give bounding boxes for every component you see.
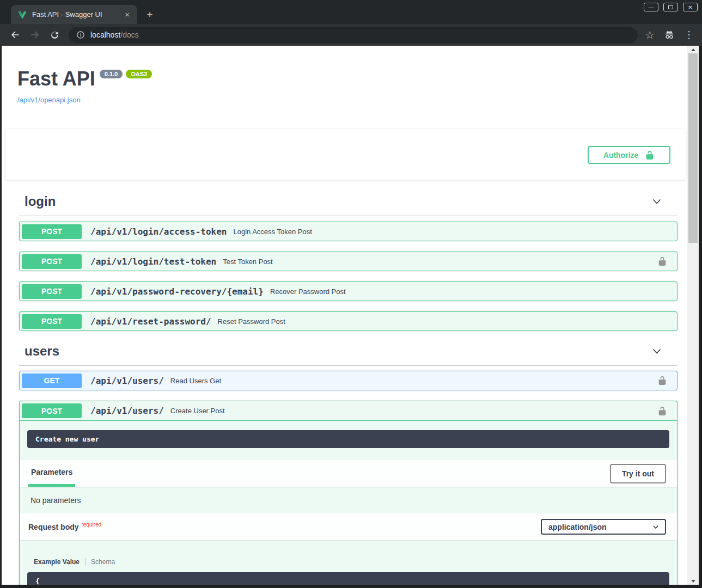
forward-arrow-icon — [29, 29, 40, 40]
endpoint-row-login-access-token[interactable]: POST /api/v1/login/access-token Login Ac… — [19, 222, 677, 241]
endpoint-description-wrapper: Create new user — [20, 421, 677, 460]
browser-toolbar: localhost/docs ☆ ⋮ — [0, 24, 702, 46]
maximize-button[interactable] — [663, 3, 678, 11]
window-frame-bottom — [0, 585, 702, 588]
browser-tab[interactable]: Fast API - Swagger UI × — [11, 5, 137, 24]
request-body-title: Request bodyrequired — [28, 522, 101, 532]
method-badge: GET — [22, 373, 82, 388]
tab-example-value[interactable]: Example Value — [34, 558, 86, 566]
tag-name: login — [25, 194, 56, 209]
tab-schema[interactable]: Schema — [86, 558, 120, 566]
method-badge: POST — [22, 284, 82, 299]
auth-lock-icon[interactable] — [657, 376, 667, 385]
swagger-favicon-icon — [17, 10, 27, 20]
tab-title: Fast API - Swagger UI — [32, 10, 121, 19]
tag-section-users: users — [19, 344, 677, 366]
tag-section-login: login — [19, 194, 677, 216]
authorize-button[interactable]: Authorize — [588, 146, 670, 164]
scheme-container: Authorize — [5, 129, 686, 180]
parameters-tab[interactable]: Parameters — [28, 460, 75, 487]
incognito-button[interactable] — [662, 27, 677, 42]
request-body-label: Request body — [28, 523, 79, 531]
toolbar-actions: ☆ ⋮ — [642, 27, 697, 42]
page-content: Fast API0.1.0OAS3 /api/v1/openapi.json A… — [2, 46, 687, 585]
endpoint-row-password-recovery[interactable]: POST /api/v1/password-recovery/{email} R… — [19, 281, 677, 301]
page-title: Fast API — [17, 68, 95, 90]
chevron-down-icon — [652, 523, 660, 531]
request-body-content: Example Value Schema { — [20, 540, 677, 585]
minimize-button[interactable]: — — [644, 3, 658, 11]
parameters-header: Parameters Try it out — [20, 460, 677, 487]
endpoint-path: /api/v1/reset-password/ — [90, 316, 211, 327]
version-badge: 0.1.0 — [100, 70, 123, 78]
endpoint-path: /api/v1/users/ — [90, 406, 164, 416]
openapi-spec-link[interactable]: /api/v1/openapi.json — [17, 96, 152, 104]
tag-header-users[interactable]: users — [19, 344, 677, 366]
endpoint-block-create-user: POST /api/v1/users/ Create User Post Cre… — [19, 401, 677, 585]
back-button[interactable] — [8, 27, 23, 42]
method-badge: POST — [22, 314, 82, 329]
endpoint-row-create-user[interactable]: POST /api/v1/users/ Create User Post — [20, 401, 677, 421]
tag-name: users — [25, 344, 59, 359]
endpoint-path: /api/v1/password-recovery/{email} — [90, 286, 264, 297]
method-badge: POST — [22, 224, 82, 239]
example-code-block[interactable]: { — [27, 572, 669, 585]
triangle-up-icon — [691, 48, 695, 51]
url-bar[interactable]: localhost/docs — [69, 27, 638, 43]
page-scrollbar[interactable] — [687, 46, 699, 585]
window-controls: — ✕ — [644, 3, 698, 11]
endpoint-row-read-users[interactable]: GET /api/v1/users/ Read Users Get — [19, 371, 677, 390]
maximize-icon — [668, 5, 673, 9]
endpoint-summary: Recover Password Post — [270, 287, 672, 296]
browser-titlebar: Fast API - Swagger UI × + — ✕ — [0, 0, 702, 24]
forward-button[interactable] — [27, 27, 42, 42]
tab-close-icon[interactable]: × — [121, 10, 133, 19]
api-badges: 0.1.0OAS3 — [100, 69, 152, 78]
oas3-badge: OAS3 — [126, 70, 152, 78]
endpoint-summary: Login Access Token Post — [233, 228, 672, 236]
incognito-icon — [664, 29, 675, 40]
endpoint-path: /api/v1/login/test-token — [90, 256, 216, 267]
back-arrow-icon — [10, 29, 21, 40]
endpoint-summary: Read Users Get — [170, 377, 657, 385]
request-body-header: Request bodyrequired application/json — [20, 513, 677, 540]
scrollbar-thumb[interactable] — [688, 53, 698, 243]
new-tab-button[interactable]: + — [143, 8, 157, 22]
endpoint-row-reset-password[interactable]: POST /api/v1/reset-password/ Reset Passw… — [19, 311, 677, 331]
no-parameters-text: No parameters — [20, 487, 677, 513]
window-frame-right — [699, 46, 702, 588]
endpoint-summary: Create User Post — [170, 407, 657, 415]
example-schema-tabs: Example Value Schema — [34, 558, 669, 566]
method-badge: POST — [22, 254, 82, 269]
endpoint-row-login-test-token[interactable]: POST /api/v1/login/test-token Test Token… — [19, 252, 677, 271]
try-it-out-button[interactable]: Try it out — [610, 464, 666, 483]
site-info-icon[interactable] — [76, 30, 85, 39]
auth-lock-icon[interactable] — [657, 256, 667, 266]
scrollbar-down-arrow[interactable] — [687, 577, 699, 585]
chevron-down-icon[interactable] — [651, 196, 662, 207]
endpoint-summary: Reset Password Post — [218, 317, 672, 326]
bookmark-star-icon[interactable]: ☆ — [642, 29, 657, 41]
reload-icon — [50, 30, 60, 40]
required-label: required — [82, 522, 102, 528]
endpoint-path: /api/v1/login/access-token — [90, 226, 227, 237]
endpoint-summary: Test Token Post — [223, 258, 657, 266]
auth-lock-icon[interactable] — [657, 406, 667, 416]
reload-button[interactable] — [47, 27, 62, 42]
content-type-select[interactable]: application/json — [541, 519, 666, 535]
method-badge: POST — [22, 403, 82, 418]
url-path: /docs — [120, 30, 138, 39]
chevron-down-icon[interactable] — [651, 346, 662, 357]
tag-header-login[interactable]: login — [19, 194, 677, 216]
url-host: localhost — [90, 30, 120, 39]
endpoint-description: Create new user — [27, 430, 669, 448]
scrollbar-up-arrow[interactable] — [687, 46, 699, 53]
content-type-value: application/json — [548, 523, 607, 531]
browser-menu-kebab-icon[interactable]: ⋮ — [681, 29, 697, 41]
api-info: Fast API0.1.0OAS3 /api/v1/openapi.json — [17, 68, 152, 104]
unlocked-padlock-icon — [645, 150, 655, 160]
triangle-down-icon — [691, 580, 695, 583]
endpoint-path: /api/v1/users/ — [90, 376, 164, 386]
authorize-label: Authorize — [603, 151, 639, 160]
close-button[interactable]: ✕ — [683, 3, 698, 11]
